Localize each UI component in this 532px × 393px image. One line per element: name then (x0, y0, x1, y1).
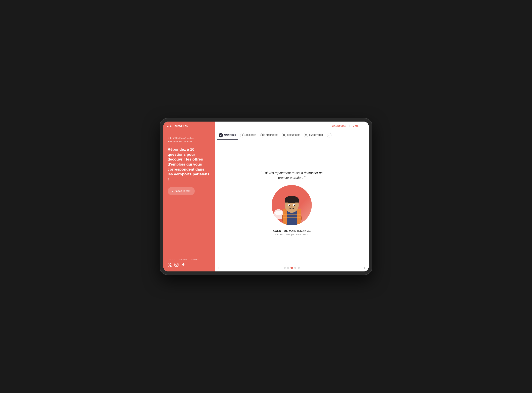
right-footer: ⇧ ⇩ (215, 264, 369, 271)
chevron-right-icon: › (172, 189, 173, 193)
svg-point-16 (294, 205, 295, 206)
logo[interactable]: ∧ AEROWORK (167, 124, 188, 128)
preparer-icon (260, 133, 265, 138)
job-title: AGENT DE MAINTENANCE (273, 229, 311, 232)
svg-point-2 (329, 135, 329, 135)
cta-button[interactable]: › Faites le test (168, 187, 195, 195)
dot-1[interactable] (284, 267, 286, 269)
logo-icon: ∧ (167, 125, 169, 128)
dot-5[interactable] (298, 267, 300, 269)
svg-point-17 (291, 206, 292, 207)
category-assister[interactable]: ASSISTER (238, 131, 258, 140)
pagination-dots (284, 267, 300, 269)
offer-text: + de 5000 offres d'emplois à découvrir s… (168, 136, 210, 143)
social-icons (168, 263, 210, 268)
privacy-link[interactable]: PRIVACY (179, 259, 187, 261)
category-nav: MAINTENIR ASSISTER PRÉPARER (215, 131, 369, 140)
maintenir-label: MAINTENIR (224, 134, 236, 136)
svg-rect-12 (285, 200, 299, 202)
job-subtitle: CÉDRIC - Aéroport Paris ORLY (276, 233, 308, 236)
svg-point-3 (330, 135, 330, 135)
left-column: + de 5000 offres d'emplois à découvrir s… (163, 131, 215, 271)
assister-label: ASSISTER (246, 134, 256, 136)
assister-icon (240, 133, 245, 138)
tiktok-icon[interactable] (181, 263, 185, 268)
footer-links: LEGALS | PRIVACY | COOKIES (168, 259, 210, 261)
testimonial-area: " J'ai très rapidement réussi à décroche… (215, 140, 369, 264)
right-column: MAINTENIR ASSISTER PRÉPARER (215, 131, 369, 271)
footer-sep-2: | (189, 259, 189, 261)
nav-right: CONNEXION | MENU (215, 122, 369, 131)
logo-text: AEROWORK (169, 124, 188, 128)
main-content: + de 5000 offres d'emplois à découvrir s… (163, 131, 369, 271)
more-icon (327, 133, 331, 138)
person-illustration (272, 185, 312, 225)
scroll-up-button[interactable]: ⇧ (218, 266, 220, 270)
nav-separator: | (349, 125, 350, 127)
entretenir-label: ENTRETENIR (309, 134, 323, 136)
maintenir-icon (219, 133, 223, 138)
svg-point-1 (328, 135, 329, 135)
legals-link[interactable]: LEGALS (168, 259, 175, 261)
dot-4[interactable] (294, 267, 296, 269)
category-maintenir[interactable]: MAINTENIR (217, 131, 238, 140)
top-nav: ∧ AEROWORK CONNEXION | MENU (163, 122, 369, 131)
quote-text: " J'ai très rapidement réussi à décroche… (258, 171, 326, 180)
preparer-label: PRÉPARER (266, 134, 278, 136)
category-preparer[interactable]: PRÉPARER (258, 131, 280, 140)
svg-point-0 (242, 134, 243, 135)
tablet-screen: ∧ AEROWORK CONNEXION | MENU (163, 122, 369, 271)
cta-label: Faites le test (175, 189, 190, 192)
tablet-frame: ∧ AEROWORK CONNEXION | MENU (160, 118, 372, 275)
nav-left: ∧ AEROWORK (163, 122, 215, 131)
category-more[interactable] (325, 131, 334, 140)
connexion-link[interactable]: CONNEXION (332, 125, 347, 127)
scroll-down-button[interactable]: ⇩ (363, 266, 366, 270)
cookies-link[interactable]: COOKIES (190, 259, 199, 261)
twitter-icon[interactable] (168, 263, 172, 268)
svg-point-15 (289, 205, 290, 206)
menu-link[interactable]: MENU (353, 125, 360, 127)
footer-sep-1: | (177, 259, 177, 261)
securiser-label: SÉCURISER (287, 134, 300, 136)
securiser-icon (282, 133, 286, 138)
left-footer: LEGALS | PRIVACY | COOKIES (168, 259, 210, 268)
instagram-icon[interactable] (174, 263, 179, 268)
headline: Répondez à 10 questions pour découvrir l… (168, 147, 210, 182)
dot-3[interactable] (290, 267, 293, 269)
hamburger-icon[interactable] (362, 125, 366, 127)
category-entretenir[interactable]: ENTRETENIR (302, 131, 325, 140)
category-securiser[interactable]: SÉCURISER (280, 131, 302, 140)
person-circle (272, 185, 312, 225)
dot-2[interactable] (287, 267, 289, 269)
entretenir-icon (304, 133, 308, 138)
